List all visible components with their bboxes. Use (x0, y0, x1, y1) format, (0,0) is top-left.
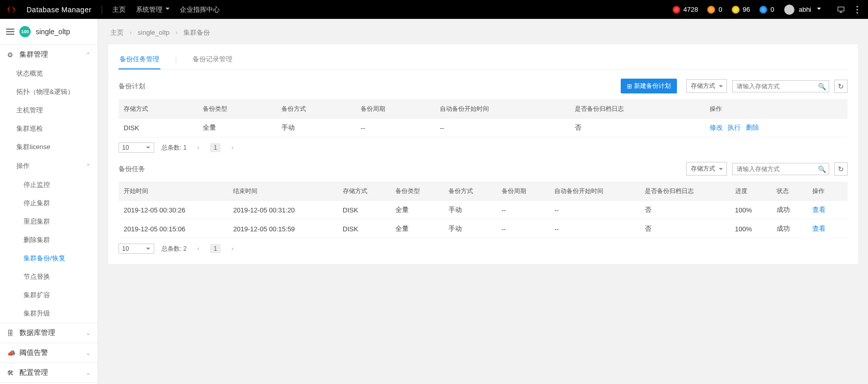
task-col-autostart: 自动备份开始时间 (549, 182, 640, 201)
content-card: 备份任务管理 备份记录管理 备份计划 ⊞新建备份计划 存储方式 🔍 ↻ (108, 44, 858, 264)
plan-page-num[interactable]: 1 (210, 143, 221, 152)
chevron-down-icon: ⌄ (86, 350, 90, 356)
task-search-input[interactable] (732, 163, 829, 175)
task-cell-op: 查看 (807, 201, 848, 220)
task-filter-select[interactable]: 存储方式 (686, 162, 727, 176)
tab-backup-record[interactable]: 备份记录管理 (192, 52, 233, 69)
task-cell-cycle: -- (497, 201, 550, 220)
sidebar: 100 single_oltp ⚙ 集群管理 ⌃ 状态概览 拓扑（物理&逻辑） … (0, 19, 98, 384)
search-icon[interactable]: 🔍 (818, 165, 826, 173)
plan-prev-page[interactable]: ‹ (194, 143, 203, 152)
breadcrumb-current: 集群备份 (183, 29, 210, 36)
plan-cell-op: 修改 执行 删除 (705, 118, 848, 137)
nav-stop-cluster[interactable]: 停止集群 (0, 194, 98, 212)
monitor-icon[interactable] (836, 5, 846, 14)
tab-backup-task[interactable]: 备份任务管理 (119, 52, 160, 69)
search-icon[interactable]: 🔍 (818, 82, 826, 90)
main-content: 主页 › single_oltp › 集群备份 备份任务管理 备份记录管理 备份… (98, 19, 868, 384)
task-cell-storage: DISK (338, 220, 391, 238)
plan-pager: 10 总条数: 1 ‹ 1 › (119, 142, 848, 153)
task-total: 总条数: 2 (161, 245, 186, 253)
nav-node-replace[interactable]: 节点替换 (0, 268, 98, 286)
plan-row: DISK 全量 手动 -- -- 否 修改 执行 删除 (119, 118, 848, 137)
nav-group-threshold[interactable]: 📣 阈值告警 ⌄ (0, 343, 98, 363)
task-view-link[interactable]: 查看 (812, 225, 826, 232)
backup-task-section: 备份任务 存储方式 🔍 ↻ 开始时间 结束时间 存储方式 (119, 162, 848, 254)
menu-toggle-icon[interactable] (6, 27, 14, 36)
task-cell-mode: 手动 (443, 220, 497, 238)
task-row: 2019-12-05 00:30:262019-12-05 00:31:20DI… (119, 201, 848, 220)
stat-major[interactable]: 0 (707, 6, 722, 14)
stat-minor[interactable]: 96 (732, 6, 750, 14)
nav-expand[interactable]: 集群扩容 (0, 286, 98, 304)
brand-title: Database Manager (27, 6, 102, 14)
nav-topo[interactable]: 拓扑（物理&逻辑） (0, 83, 98, 101)
brand-logo (6, 5, 16, 15)
task-refresh-button[interactable]: ↻ (834, 162, 848, 176)
task-cell-start: 2019-12-05 00:30:26 (119, 201, 228, 220)
plan-cell-autostart: -- (435, 118, 570, 137)
task-col-archive: 是否备份归档日志 (640, 182, 730, 201)
plan-exec-link[interactable]: 执行 (728, 124, 741, 131)
stat-critical[interactable]: 4728 (672, 6, 698, 14)
nav-license[interactable]: 集群license (0, 138, 98, 156)
nav-group-database[interactable]: 🗄 数据库管理 ⌄ (0, 323, 98, 343)
plan-cell-cycle: -- (356, 118, 435, 137)
plan-delete-link[interactable]: 删除 (746, 124, 759, 131)
breadcrumb-db[interactable]: single_oltp (138, 29, 170, 36)
nav-operate[interactable]: 操作 ⌃ (0, 156, 98, 176)
more-icon[interactable] (853, 5, 862, 14)
database-icon: 🗄 (7, 329, 15, 337)
plan-page-size[interactable]: 10 (119, 142, 154, 153)
task-page-size[interactable]: 10 (119, 244, 154, 254)
nav-stop-monitor[interactable]: 停止监控 (0, 176, 98, 194)
plan-search-input[interactable] (732, 80, 829, 92)
chevron-down-icon: ⌄ (86, 370, 90, 376)
task-col-mode: 备份方式 (443, 182, 497, 201)
plan-cell-mode: 手动 (276, 118, 356, 137)
task-view-link[interactable]: 查看 (812, 206, 826, 213)
nav-host[interactable]: 主机管理 (0, 101, 98, 119)
plan-next-page[interactable]: › (228, 143, 237, 152)
nav-delete[interactable]: 删除集群 (0, 231, 98, 249)
breadcrumb-home[interactable]: 主页 (110, 29, 124, 36)
nav-system-label: 系统管理 (136, 5, 162, 14)
db-badge-icon: 100 (19, 26, 31, 37)
plus-icon: ⊞ (627, 83, 632, 90)
plan-edit-link[interactable]: 修改 (710, 124, 723, 131)
task-cell-start: 2019-12-05 00:15:06 (119, 220, 228, 238)
plan-col-autostart: 自动备份开始时间 (435, 100, 570, 118)
plan-filter-select[interactable]: 存储方式 (686, 79, 727, 93)
user-menu[interactable]: abhi (784, 5, 821, 15)
nav-system[interactable]: 系统管理 (136, 5, 170, 14)
nav-upgrade[interactable]: 集群升级 (0, 304, 98, 323)
stat-info[interactable]: 0 (759, 6, 774, 14)
stat-major-value: 0 (718, 6, 722, 13)
plan-refresh-button[interactable]: ↻ (834, 80, 848, 93)
new-plan-button[interactable]: ⊞新建备份计划 (621, 79, 677, 93)
task-prev-page[interactable]: ‹ (194, 244, 203, 253)
nav-status[interactable]: 状态概览 (0, 64, 98, 83)
nav-group-config[interactable]: 🛠 配置管理 ⌄ (0, 363, 98, 382)
task-page-num[interactable]: 1 (210, 244, 221, 253)
nav-backup[interactable]: 集群备份/恢复 (0, 249, 98, 268)
user-name: abhi (799, 6, 811, 13)
task-row: 2019-12-05 00:15:062019-12-05 00:15:59DI… (119, 220, 848, 238)
top-header: Database Manager 主页 系统管理 企业指挥中心 4728 0 9… (0, 0, 868, 19)
task-next-page[interactable]: › (228, 244, 237, 253)
chevron-down-icon (815, 6, 821, 13)
breadcrumb-sep: › (175, 29, 177, 36)
alert-stats: 4728 0 96 0 (672, 6, 775, 14)
task-col-end: 结束时间 (228, 182, 337, 201)
nav-command[interactable]: 企业指挥中心 (180, 5, 220, 14)
nav-inspect[interactable]: 集群巡检 (0, 119, 98, 138)
nav-restart[interactable]: 重启集群 (0, 212, 98, 231)
task-cell-auto_start: -- (549, 220, 640, 238)
chevron-down-icon: ⌄ (86, 330, 90, 337)
task-cell-type: 全量 (390, 201, 443, 220)
chevron-up-icon: ⌃ (86, 163, 90, 170)
chevron-down-icon (164, 6, 170, 13)
nav-home[interactable]: 主页 (112, 5, 126, 14)
nav-group-cluster[interactable]: ⚙ 集群管理 ⌃ (0, 44, 98, 64)
svg-point-2 (856, 9, 858, 10)
